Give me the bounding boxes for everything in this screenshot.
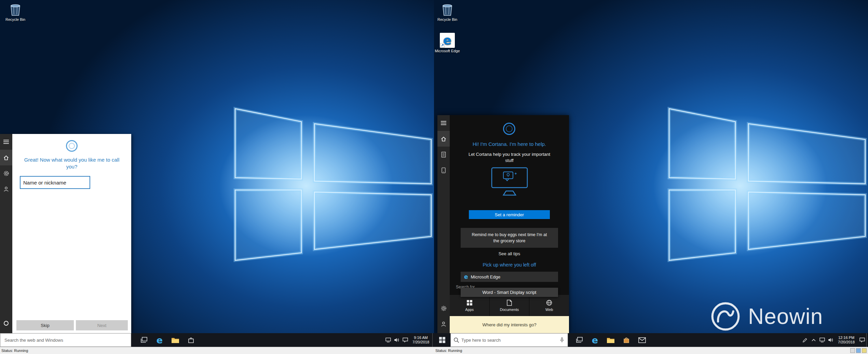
action-center-icon[interactable] <box>401 333 409 347</box>
taskbar-search-box[interactable] <box>0 333 131 347</box>
vm-tool-icon[interactable] <box>862 348 867 353</box>
gear-icon <box>440 305 447 312</box>
pickup-edge-label: Microsoft Edge <box>471 274 501 280</box>
cortana-ring-icon <box>3 321 9 326</box>
device-icon <box>442 167 446 173</box>
set-reminder-button[interactable]: Set a reminder <box>469 210 550 219</box>
recycle-bin-shortcut[interactable]: Recycle Bin <box>2 2 29 22</box>
home-icon <box>440 136 447 142</box>
taskbar-search-box[interactable] <box>450 333 568 347</box>
tab-documents-label: Documents <box>500 308 519 312</box>
right-desktop: Neowin Recycle Bin e Microsoft Edge <box>434 0 868 354</box>
edge-shortcut-label: Microsoft Edge <box>435 49 460 53</box>
left-taskbar: e 9:16 AM 7/20 <box>0 333 434 347</box>
feedback-person-icon <box>440 321 447 327</box>
tray-time: 12:16 PM <box>838 336 854 340</box>
action-center-icon[interactable] <box>858 333 866 347</box>
home-icon <box>3 155 9 161</box>
reminder-illustration <box>486 167 533 199</box>
cortana-home-content: Hi! I'm Cortana. I'm here to help. Let C… <box>450 115 569 333</box>
file-explorer-icon <box>171 337 179 343</box>
neowin-logo-icon <box>709 300 742 333</box>
interests-banner[interactable]: Where did my interests go? <box>450 316 569 333</box>
cortana-settings-button[interactable] <box>437 300 450 316</box>
microphone-icon[interactable] <box>559 337 565 343</box>
left-vm-statusbar: Status: Running <box>0 347 434 354</box>
document-icon <box>507 300 512 306</box>
show-desktop-button[interactable] <box>866 333 868 347</box>
right-taskbar: e <box>434 333 868 347</box>
recent-document-item[interactable]: Word - Smart Display script <box>461 288 558 297</box>
vm-tool-icon[interactable] <box>850 348 855 353</box>
notebook-icon <box>441 152 446 158</box>
start-button[interactable] <box>434 333 450 347</box>
pickup-edge-item[interactable]: e Microsoft Edge <box>461 272 558 282</box>
tab-apps[interactable]: Apps <box>450 295 490 316</box>
network-icon[interactable] <box>384 333 392 347</box>
cortana-setup-content: Great! Now what would you like me to cal… <box>12 134 131 333</box>
reminder-tip[interactable]: Remind me to buy eggs next time I'm at t… <box>461 228 558 248</box>
recycle-bin-label: Recycle Bin <box>437 17 457 22</box>
skip-button[interactable]: Skip <box>16 320 74 330</box>
vm-tool-icon[interactable] <box>856 348 861 353</box>
cortana-setup-rail <box>0 134 12 333</box>
tab-web-label: Web <box>545 308 553 312</box>
edge-taskbar-button[interactable]: e <box>587 333 603 347</box>
hamburger-menu-button[interactable] <box>0 134 12 150</box>
neowin-wordmark: Neowin <box>748 304 823 329</box>
hamburger-icon <box>3 140 9 144</box>
globe-icon <box>546 300 552 306</box>
tray-time: 9:16 AM <box>414 336 428 340</box>
edge-taskbar-button[interactable]: e <box>152 333 167 347</box>
edge-desktop-shortcut[interactable]: e Microsoft Edge <box>434 33 461 53</box>
recycle-bin-shortcut[interactable]: Recycle Bin <box>434 2 461 22</box>
recycle-bin-icon <box>9 2 22 16</box>
cortana-logo <box>503 123 515 135</box>
file-explorer-icon <box>607 337 615 343</box>
cortana-feedback-button[interactable] <box>437 316 450 332</box>
cortana-home-button[interactable] <box>0 150 12 165</box>
right-system-tray: 12:16 PM 7/20/2018 <box>801 333 868 347</box>
windows-ink-icon[interactable] <box>801 333 809 347</box>
cortana-feedback-button[interactable] <box>0 181 12 197</box>
nickname-input[interactable] <box>20 176 90 189</box>
gear-icon <box>3 170 10 177</box>
volume-icon[interactable] <box>392 333 401 347</box>
taskbar-search-input[interactable] <box>0 333 131 346</box>
task-view-button[interactable] <box>136 333 152 347</box>
see-all-tips-link[interactable]: See all tips <box>450 251 569 256</box>
devices-button[interactable] <box>437 162 450 178</box>
taskbar-search-input[interactable] <box>461 338 557 343</box>
feedback-person-icon <box>3 186 9 192</box>
setup-question: Great! Now what would you like me to cal… <box>12 156 131 171</box>
cortana-home-panel: Hi! I'm Cortana. I'm here to help. Let C… <box>437 115 569 333</box>
notebook-button[interactable] <box>437 147 450 162</box>
file-explorer-button[interactable] <box>167 333 183 347</box>
network-icon[interactable] <box>818 333 826 347</box>
next-button[interactable]: Next <box>76 320 128 330</box>
cortana-settings-button[interactable] <box>0 165 12 181</box>
store-button[interactable] <box>619 333 634 347</box>
volume-icon[interactable] <box>826 333 835 347</box>
mail-button[interactable] <box>634 333 650 347</box>
clock[interactable]: 9:16 AM 7/20/2018 <box>409 333 432 347</box>
tab-web[interactable]: Web <box>529 295 569 316</box>
store-button[interactable] <box>183 333 199 347</box>
vm-status-text: Status: Running <box>435 349 462 353</box>
task-view-button[interactable] <box>571 333 587 347</box>
task-view-icon <box>140 337 148 343</box>
clock[interactable]: 12:16 PM 7/20/2018 <box>835 333 858 347</box>
tab-documents[interactable]: Documents <box>490 295 530 316</box>
edge-icon: e <box>464 273 468 280</box>
cortana-circle-button[interactable] <box>0 315 12 331</box>
hamburger-menu-button[interactable] <box>437 115 450 131</box>
cortana-home-button[interactable] <box>437 131 450 147</box>
recycle-bin-icon <box>440 2 454 16</box>
store-bag-icon <box>623 336 630 344</box>
tray-date: 7/20/2018 <box>838 340 855 344</box>
file-explorer-button[interactable] <box>603 333 619 347</box>
hidden-icons-chevron[interactable] <box>809 333 818 347</box>
vm-statusbar-icons <box>849 348 867 353</box>
edge-tile: e <box>440 33 455 48</box>
store-bag-icon <box>187 336 195 344</box>
